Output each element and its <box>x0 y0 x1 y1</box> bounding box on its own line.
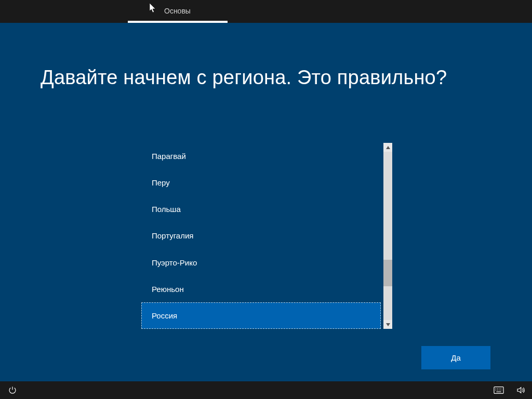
list-item[interactable]: Польша <box>141 196 381 222</box>
power-icon[interactable] <box>7 385 18 395</box>
keyboard-icon[interactable] <box>494 385 504 395</box>
region-list: Парагвай Перу Польша Португалия Пуэрто-Р… <box>141 143 392 329</box>
scroll-thumb[interactable] <box>383 260 392 286</box>
list-item[interactable]: Пуэрто-Рико <box>141 249 381 276</box>
list-item[interactable]: Реюньон <box>141 276 381 302</box>
tab-indicator <box>128 21 228 23</box>
bottom-bar <box>0 381 532 399</box>
list-item[interactable]: Парагвай <box>141 143 381 169</box>
scroll-up-button[interactable] <box>383 143 392 152</box>
scroll-down-button[interactable] <box>383 320 392 329</box>
yes-button[interactable]: Да <box>421 346 490 369</box>
volume-icon[interactable] <box>515 385 526 395</box>
region-list-items: Парагвай Перу Польша Португалия Пуэрто-Р… <box>141 143 381 329</box>
list-item[interactable]: Россия <box>141 302 381 329</box>
title-bar: Основы <box>0 0 532 23</box>
list-item[interactable]: Перу <box>141 169 381 196</box>
list-item[interactable]: Португалия <box>141 222 381 249</box>
tab-label[interactable]: Основы <box>164 7 191 15</box>
scrollbar[interactable] <box>383 143 392 329</box>
page-title: Давайте начнем с региона. Это правильно? <box>41 66 447 89</box>
